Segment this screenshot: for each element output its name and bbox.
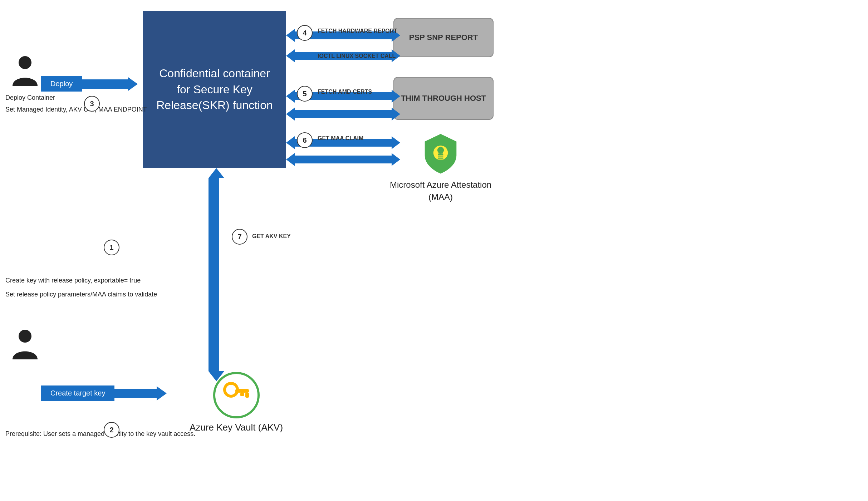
svg-rect-3 bbox=[437, 156, 445, 157]
vertical-arrow-group bbox=[207, 168, 224, 381]
step-5-label: FETCH AMD CERTS bbox=[318, 89, 372, 95]
svg-rect-7 bbox=[235, 389, 249, 393]
step-4-circle: 4 bbox=[297, 25, 313, 41]
step-7-label: GET AKV KEY bbox=[252, 233, 291, 240]
person-bottom bbox=[11, 329, 39, 361]
svg-rect-2 bbox=[438, 153, 443, 159]
step-6-return-arrow bbox=[286, 156, 392, 163]
thim-box: THIM THROUGH HOST bbox=[393, 77, 494, 120]
step-4-label: FETCH HARDWARE REPORT bbox=[318, 28, 397, 34]
central-box: Confidential container for Secure Key Re… bbox=[143, 11, 286, 168]
create-key-arrow-group: Create target key bbox=[41, 385, 157, 401]
step-3-circle: 3 bbox=[84, 96, 100, 112]
person-bottom-icon bbox=[11, 329, 39, 361]
maa-label: Microsoft Azure Attestation(MAA) bbox=[390, 179, 491, 203]
psp-snp-report-box: PSP SNP REPORT bbox=[393, 18, 494, 57]
step-6-circle: 6 bbox=[297, 132, 313, 148]
central-box-text: Confidential container for Secure Key Re… bbox=[154, 65, 275, 113]
prerequisite-label: Prerequisite: User sets a managed identi… bbox=[5, 429, 195, 439]
maa-shield-icon bbox=[419, 132, 462, 175]
akv-label: Azure Key Vault (AKV) bbox=[190, 422, 283, 433]
diagram-container: Confidential container for Secure Key Re… bbox=[0, 0, 868, 501]
svg-point-11 bbox=[19, 330, 31, 343]
step-4b-label: IOCTL LINUX SOCKET CALL bbox=[318, 53, 396, 59]
svg-point-10 bbox=[19, 56, 31, 69]
step-6-label: GET MAA CLAIM bbox=[318, 135, 363, 142]
svg-rect-9 bbox=[240, 393, 244, 396]
deploy-arrow-group: Deploy bbox=[41, 76, 128, 92]
psp-box-text: PSP SNP REPORT bbox=[409, 33, 478, 42]
maa-container: Microsoft Azure Attestation(MAA) bbox=[390, 132, 491, 203]
step-7-circle: 7 bbox=[232, 229, 247, 245]
thim-box-text: THIM THROUGH HOST bbox=[401, 93, 486, 104]
svg-point-1 bbox=[437, 147, 444, 153]
svg-rect-4 bbox=[437, 157, 445, 158]
deploy-button: Deploy bbox=[41, 76, 82, 92]
person-top bbox=[11, 55, 39, 88]
create-target-key-button: Create target key bbox=[41, 385, 114, 401]
step-5-return-arrow bbox=[286, 110, 392, 118]
step-5-circle: 5 bbox=[297, 86, 313, 102]
person-top-icon bbox=[11, 55, 39, 88]
step-2-circle: 2 bbox=[104, 422, 119, 438]
akv-container: Azure Key Vault (AKV) bbox=[190, 372, 283, 433]
create-key-label: Create key with release policy, exportab… bbox=[5, 275, 157, 300]
svg-rect-8 bbox=[245, 393, 249, 398]
deploy-container-label: Deploy Container Set Managed Identity, A… bbox=[5, 93, 147, 114]
step-1-circle: 1 bbox=[104, 240, 119, 255]
